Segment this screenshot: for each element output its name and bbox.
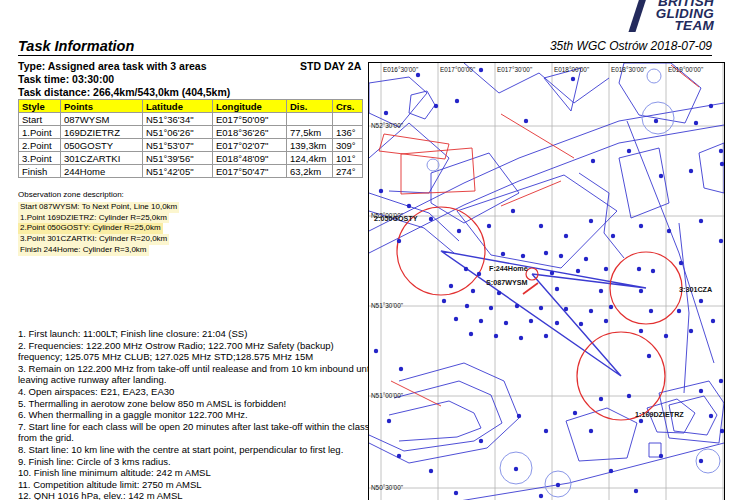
page-heading: Task Information xyxy=(18,38,134,54)
waypoint-dot xyxy=(639,224,643,228)
table-row: 3.Point 301CZARTKI N51°39'56" E018°48'09… xyxy=(19,152,363,165)
waypoint-dot xyxy=(689,329,693,333)
instruction-item: 3. Remain on 122.200 MHz from take-off u… xyxy=(18,363,378,386)
waypoint-dot xyxy=(511,209,515,213)
waypoint-dot xyxy=(589,429,593,433)
waypoint-dot xyxy=(711,319,715,323)
task-points-table: Style Points Latitude Longitude Dis. Crs… xyxy=(18,99,363,178)
table-cell: 087WYSM xyxy=(61,113,143,126)
airspace-boundary xyxy=(579,173,624,258)
waypoint-dot xyxy=(544,334,548,338)
table-cell: 136° xyxy=(333,126,363,139)
waypoint-dot xyxy=(579,322,583,326)
waypoint-dot xyxy=(719,379,723,383)
turnpoint-label: S:087WYSM xyxy=(486,278,528,287)
waypoint-dot xyxy=(664,334,668,338)
waypoint-dot xyxy=(550,271,554,275)
column-header: Dis. xyxy=(287,100,333,113)
waypoint-dot xyxy=(544,251,548,255)
waypoint-dot xyxy=(639,419,643,423)
waypoint-dot xyxy=(434,104,438,108)
table-cell: E017°50'09" xyxy=(213,113,287,126)
waypoint-dot xyxy=(571,77,575,81)
waypoint-dot xyxy=(699,389,703,393)
waypoint-dot xyxy=(689,169,693,173)
airspace-boundary xyxy=(389,401,481,441)
waypoint-dot xyxy=(457,229,461,233)
table-cell: Finish xyxy=(19,165,61,178)
instruction-item: 11. Competition altitude limit: 2750 m A… xyxy=(18,479,378,491)
table-cell: 050GOSTY xyxy=(61,139,143,152)
waypoint-dot xyxy=(677,309,681,313)
observation-zone-line: 1.Point 169DZIETRZ: Cylinder R=25,0km xyxy=(18,213,169,224)
turnpoint-label: 2:050GOSTY xyxy=(374,214,418,223)
waypoint-dot xyxy=(604,267,608,271)
waypoint-dot xyxy=(609,305,613,309)
waypoint-dot xyxy=(407,204,411,208)
waypoint-dot xyxy=(651,269,655,273)
waypoint-dot xyxy=(639,289,643,293)
waypoint-dot xyxy=(517,414,521,418)
table-cell: 274° xyxy=(333,165,363,178)
waypoint-dot xyxy=(627,149,631,153)
instruction-item: 12. QNH 1016 hPa, elev.: 142 m AMSL xyxy=(18,490,378,500)
waypoint-dot xyxy=(399,367,403,371)
waypoint-dot xyxy=(454,317,458,321)
waypoint-dot xyxy=(699,459,703,463)
waypoint-dot xyxy=(719,149,723,153)
longitude-tick-label: E019°00'00" xyxy=(668,66,703,73)
instruction-item: 5. Thermalling in aerotow zone below 850… xyxy=(18,398,378,410)
longitude-tick-label: E017°00'00" xyxy=(440,66,475,73)
briefing-instructions: 1. First launch: 11:00LT; Finish line cl… xyxy=(18,328,378,500)
waypoint-dot xyxy=(679,261,683,265)
waypoint-dot xyxy=(667,229,671,233)
task-distance: Task distance: 266,4km/543,0km (404,5km) xyxy=(18,86,230,99)
waypoint-dot xyxy=(556,483,560,487)
table-cell: 63,2km xyxy=(287,165,333,178)
column-header: Latitude xyxy=(143,100,213,113)
airspace-boundary xyxy=(627,121,714,363)
latitude-tick-label: N52°30'00" xyxy=(371,122,403,129)
waypoint-dot xyxy=(699,219,703,223)
table-cell: E017°50'47" xyxy=(213,165,287,178)
column-header: Longitude xyxy=(213,100,287,113)
waypoint-dot xyxy=(479,319,483,323)
table-row: Finish 244Home N51°42'05" E017°50'47" 63… xyxy=(19,165,363,178)
instruction-item: 8. Start line: 10 km line with the centr… xyxy=(18,444,378,456)
waypoint-dot xyxy=(497,291,501,295)
waypoint-dot xyxy=(564,307,568,311)
waypoint-dot xyxy=(649,309,653,313)
waypoint-dot xyxy=(573,411,577,415)
latitude-tick-label: N51°00'00" xyxy=(371,392,403,399)
table-cell: E018°48'09" xyxy=(213,152,287,165)
turnpoint-label: 3:301CZA xyxy=(679,285,712,294)
waypoint-dot xyxy=(611,234,615,238)
instruction-item: 4. Open airspaces: E21, EA23, EA30 xyxy=(18,386,378,398)
waypoint-dot xyxy=(559,254,563,258)
waypoint-dot xyxy=(627,394,631,398)
waypoint-dot xyxy=(469,332,473,336)
waypoint-dot xyxy=(647,354,651,358)
table-cell: Start xyxy=(19,113,61,126)
waypoint-dot xyxy=(539,306,543,310)
waypoint-dot xyxy=(599,289,603,293)
waypoint-dot xyxy=(489,306,493,310)
waypoint-dot xyxy=(555,287,559,291)
waypoint-dot xyxy=(539,494,543,498)
airspace-circle xyxy=(647,69,661,83)
waypoint-dot xyxy=(529,319,533,323)
table-row: 1.Point 169DZIETRZ N51°06'26" E018°36'26… xyxy=(19,126,363,139)
observation-zone-line: 2.Point 050GOSTY: Cylinder R=25,0km xyxy=(18,223,163,234)
task-time: Task time: 03:30:00 xyxy=(18,73,230,86)
table-cell: 1.Point xyxy=(19,126,61,139)
waypoint-dot xyxy=(720,429,724,433)
map-canvas: E016°30'00"E017°00'00"E017°30'00"E018°00… xyxy=(369,63,724,500)
waypoint-dot xyxy=(659,454,663,458)
table-cell: 244Home xyxy=(61,165,143,178)
waypoint-dot xyxy=(449,284,453,288)
waypoint-dot xyxy=(524,119,528,123)
waypoint-dot xyxy=(599,397,603,401)
table-cell: 3.Point xyxy=(19,152,61,165)
document-title: 35th WGC Ostrów 2018-07-09 xyxy=(550,39,712,53)
waypoint-dot xyxy=(576,269,580,273)
